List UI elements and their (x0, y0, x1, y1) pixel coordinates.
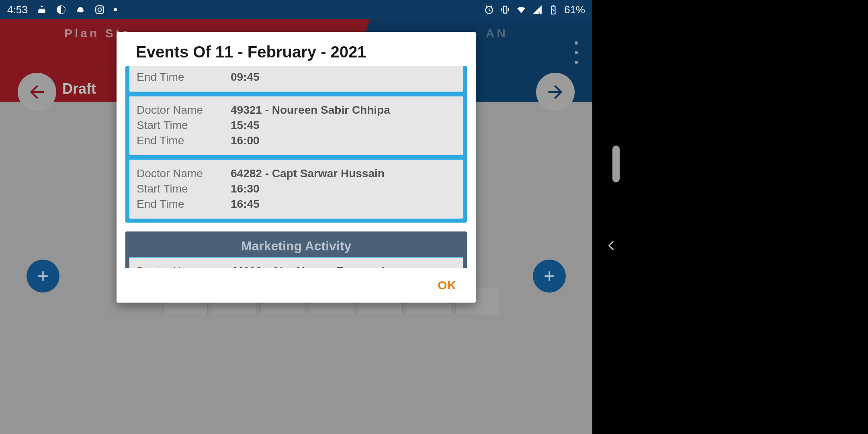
dialog-title: Events Of 11 - February - 2021 (117, 32, 476, 66)
end-time-value: 16:00 (231, 134, 260, 147)
wifi-icon (516, 4, 526, 15)
battery-icon (548, 4, 559, 15)
status-time: 4:53 (7, 4, 28, 16)
start-time-value: 16:30 (231, 182, 260, 195)
svg-rect-6 (504, 6, 507, 13)
end-time-value: 16:45 (231, 198, 260, 211)
alarm-icon (484, 4, 494, 15)
marketing-header: Marketing Activity (125, 231, 467, 257)
end-time-label: End Time (137, 71, 231, 84)
plus-icon (35, 268, 51, 284)
start-time-label: Start Time (137, 119, 231, 132)
svg-rect-9 (553, 5, 554, 6)
vibrate-icon (500, 4, 510, 15)
doctor-name-value: 64282 - Capt Sarwar Hussain (231, 167, 385, 180)
add-left-button[interactable] (27, 260, 59, 293)
start-time-value: 15:45 (231, 119, 260, 132)
reddit-icon (75, 4, 86, 15)
end-time-label: End Time (137, 198, 231, 211)
event-card[interactable]: End Time 09:45 (129, 66, 463, 92)
svg-point-1 (78, 7, 83, 12)
add-right-button[interactable] (533, 260, 566, 293)
events-dialog: Events Of 11 - February - 2021 End Time … (117, 32, 476, 303)
events-section: End Time 09:45 Doctor Name 49321 - Noure… (125, 66, 467, 223)
event-card[interactable]: Doctor Name 49321 - Noureen Sabir Chhipa… (129, 96, 463, 155)
doctor-name-value: 44003 - Abu Naeem Farooqui (231, 265, 385, 268)
mosque-icon (37, 4, 47, 15)
status-bar: 4:53 x (0, 0, 592, 19)
marketing-section: Marketing Activity Doctor Name 44003 - A… (125, 231, 467, 268)
event-card[interactable]: Doctor Name 64282 - Capt Sarwar Hussain … (129, 159, 463, 219)
app-icon (56, 4, 66, 15)
back-button[interactable] (604, 239, 618, 254)
chevron-left-icon (604, 239, 618, 252)
doctor-name-label: Doctor Name (137, 265, 231, 268)
start-time-label: Start Time (137, 182, 231, 195)
end-time-value: 09:45 (231, 71, 260, 84)
scroll-indicator[interactable] (612, 145, 620, 182)
doctor-name-value: 49321 - Noureen Sabir Chhipa (231, 104, 390, 117)
event-card[interactable]: Doctor Name 44003 - Abu Naeem Farooqui (129, 257, 463, 268)
dialog-actions: OK (117, 268, 476, 303)
doctor-name-label: Doctor Name (137, 104, 231, 117)
notification-dot-icon (114, 8, 117, 11)
doctor-name-label: Doctor Name (137, 167, 231, 180)
svg-point-3 (98, 8, 101, 12)
instagram-icon (94, 4, 105, 15)
plus-icon (541, 268, 557, 284)
dialog-body[interactable]: End Time 09:45 Doctor Name 49321 - Noure… (117, 66, 476, 268)
ok-button[interactable]: OK (438, 278, 457, 292)
signal-icon: x (532, 4, 542, 15)
system-nav-bar (592, 0, 868, 434)
end-time-label: End Time (137, 134, 231, 147)
svg-point-4 (101, 7, 102, 8)
svg-text:x: x (538, 10, 540, 15)
battery-percentage: 61% (564, 4, 585, 16)
